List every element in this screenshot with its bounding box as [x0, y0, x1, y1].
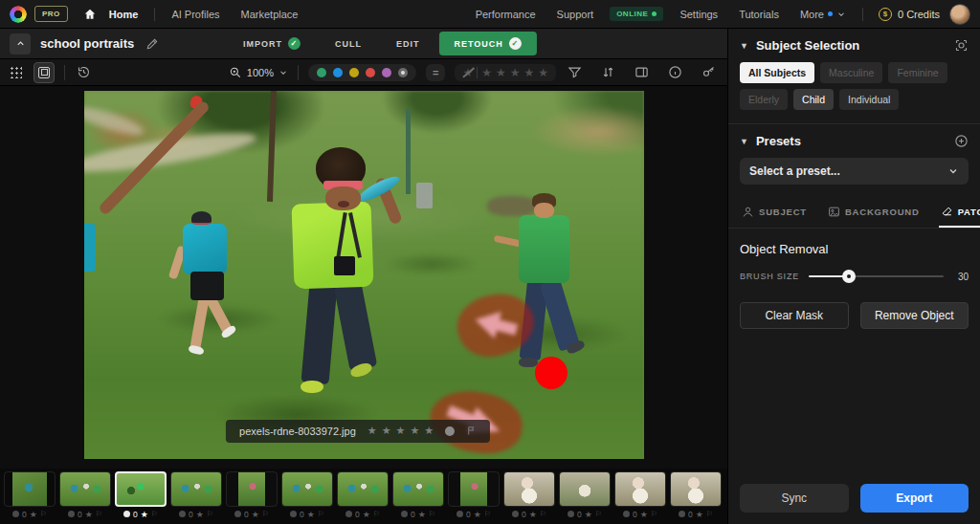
preset-select[interactable]: Select a preset...: [740, 158, 969, 185]
flag-icon[interactable]: ⚐: [40, 510, 47, 518]
sync-button[interactable]: Sync: [740, 484, 849, 513]
star-icon[interactable]: ★: [382, 426, 391, 436]
filmstrip-thumbnail[interactable]: 0 ★ ⚐: [59, 471, 111, 521]
clear-mask-button[interactable]: Clear Mask: [740, 302, 849, 329]
star-icon[interactable]: ★: [510, 67, 521, 78]
face-scan-icon[interactable]: [954, 38, 969, 53]
subject-tag-chip[interactable]: Masculine: [820, 62, 882, 83]
thumbnail-image[interactable]: [392, 471, 444, 507]
nav-settings[interactable]: Settings: [679, 9, 718, 20]
star-icon[interactable]: ★: [396, 426, 406, 436]
flag-icon[interactable]: ⚐: [484, 510, 491, 518]
thumbnail-image[interactable]: [115, 471, 167, 507]
color-label-dot[interactable]: [179, 511, 186, 517]
flag-icon[interactable]: ⚐: [96, 510, 102, 518]
flag-icon[interactable]: ⚐: [429, 510, 435, 518]
star-icon[interactable]: ★: [30, 510, 37, 519]
filter-button[interactable]: [566, 63, 584, 81]
thumbnail-image[interactable]: [281, 471, 333, 507]
star-icon[interactable]: ★: [496, 67, 506, 78]
nav-more[interactable]: More: [800, 9, 846, 20]
grid-view-button[interactable]: [8, 64, 24, 80]
star-icon[interactable]: ★: [252, 510, 259, 519]
color-label-dot[interactable]: [679, 511, 685, 517]
nav-marketplace[interactable]: Marketplace: [241, 9, 299, 20]
star-icon[interactable]: ★: [410, 426, 419, 436]
subject-tag-chip[interactable]: Elderly: [740, 89, 788, 110]
filmstrip-thumbnail[interactable]: 0 ★ ⚐: [392, 471, 444, 521]
home-icon[interactable]: [81, 6, 99, 23]
flag-icon[interactable]: ⚐: [207, 510, 213, 518]
app-logo-icon[interactable]: [10, 6, 27, 23]
subject-tag-chip[interactable]: Feminine: [888, 62, 947, 83]
thumbnail-image[interactable]: [337, 471, 389, 507]
single-image-view-button[interactable]: [33, 62, 55, 83]
flag-icon[interactable]: ⚐: [318, 510, 324, 518]
star-icon[interactable]: ★: [640, 510, 648, 519]
star-icon[interactable]: ★: [481, 67, 492, 78]
zoom-control[interactable]: 100%: [229, 66, 288, 79]
color-label-dot[interactable]: [68, 511, 75, 517]
star-icon[interactable]: ★: [474, 510, 481, 519]
thumbnail-image[interactable]: [670, 471, 722, 507]
color-label-dot[interactable]: [317, 68, 326, 77]
rating-equals-button[interactable]: =: [426, 64, 445, 81]
step-retouch[interactable]: RETOUCH ✓: [438, 32, 536, 55]
star-icon[interactable]: ★: [538, 67, 548, 78]
step-edit[interactable]: EDIT: [381, 33, 435, 55]
sort-button[interactable]: [599, 63, 617, 81]
color-label-dot[interactable]: [333, 68, 343, 77]
subject-tag-chip[interactable]: Individual: [839, 89, 899, 110]
filmstrip-thumbnail[interactable]: 0 ★ ⚐: [115, 471, 167, 521]
color-label-dot[interactable]: [12, 511, 19, 517]
star-icon[interactable]: ★: [696, 510, 703, 519]
color-label-dot[interactable]: [512, 511, 519, 517]
flag-icon[interactable]: ⚐: [373, 510, 380, 518]
color-label-dot[interactable]: [349, 68, 359, 77]
subject-tag-chip[interactable]: All Subjects: [740, 62, 814, 83]
nav-performance[interactable]: Performance: [476, 9, 536, 20]
credits-display[interactable]: $ 0 Credits: [879, 8, 940, 21]
star-icon[interactable]: ★: [523, 67, 534, 78]
user-avatar[interactable]: [949, 4, 970, 25]
collapse-project-button[interactable]: [10, 33, 31, 55]
presets-header[interactable]: ▼ Presets: [740, 134, 969, 148]
flag-icon[interactable]: [466, 426, 477, 436]
shortcuts-button[interactable]: [700, 63, 718, 81]
subject-tag-chip[interactable]: Child: [793, 89, 834, 110]
edit-project-name-icon[interactable]: [144, 35, 161, 53]
tab-patch[interactable]: PATCH: [939, 200, 980, 228]
filmstrip-thumbnail[interactable]: 0 ★ ⚐: [170, 471, 222, 521]
filmstrip-thumbnail[interactable]: 0 ★ ⚐: [614, 471, 666, 521]
color-label-dot[interactable]: [398, 68, 408, 77]
info-button[interactable]: [666, 63, 684, 81]
thumbnail-image[interactable]: [170, 471, 222, 507]
subject-selection-header[interactable]: ▼ Subject Selection: [740, 38, 969, 53]
flag-icon[interactable]: ⚐: [706, 510, 713, 518]
thumbnail-image[interactable]: [226, 471, 278, 507]
filmstrip-thumbnail[interactable]: 0 ★ ⚐: [670, 471, 722, 521]
flag-icon[interactable]: ⚐: [540, 510, 546, 518]
flag-icon[interactable]: ⚐: [151, 510, 158, 518]
thumbnail-image[interactable]: [614, 471, 666, 507]
flag-icon[interactable]: ⚐: [262, 510, 269, 518]
nav-ai-profiles[interactable]: AI Profiles: [171, 9, 219, 20]
star-icon[interactable]: ★: [424, 426, 434, 436]
color-label-dot[interactable]: [445, 426, 455, 436]
thumbnail-image[interactable]: [559, 471, 611, 507]
thumbnail-image[interactable]: [448, 471, 500, 507]
star-icon[interactable]: ★: [368, 426, 377, 436]
filmstrip-thumbnail[interactable]: 0 ★ ⚐: [337, 471, 389, 521]
tab-subject[interactable]: SUBJECT: [740, 200, 809, 228]
nav-tutorials[interactable]: Tutorials: [739, 9, 779, 20]
nav-support[interactable]: Support: [557, 9, 594, 20]
thumbnail-image[interactable]: [4, 471, 56, 507]
filmstrip-thumbnail[interactable]: 0 ★ ⚐: [226, 471, 278, 521]
star-icon[interactable]: ★: [141, 510, 148, 519]
color-label-dot[interactable]: [382, 68, 391, 77]
clear-star-icon[interactable]: ★: [462, 67, 473, 78]
star-icon[interactable]: ★: [196, 510, 204, 519]
star-icon[interactable]: ★: [529, 510, 537, 519]
thumbnail-image[interactable]: [59, 471, 111, 507]
filmstrip-thumbnail[interactable]: 0 ★ ⚐: [448, 471, 500, 521]
